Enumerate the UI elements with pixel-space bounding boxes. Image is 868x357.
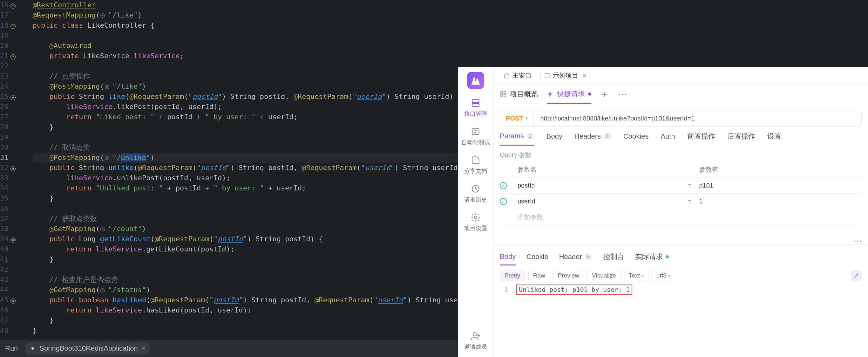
globe-icon <box>104 82 110 88</box>
resptab-console[interactable]: 控制台 <box>603 252 624 265</box>
method-select[interactable]: POST ▾ <box>500 110 534 126</box>
check-icon[interactable]: ✓ <box>500 198 507 205</box>
sidebar-item-share-doc[interactable]: 分享文档 <box>464 155 487 175</box>
param-name[interactable]: userId <box>518 198 680 205</box>
code-line[interactable]: return "Liked post: " + postId + " by us… <box>33 112 483 122</box>
seg-visualize[interactable]: Visualize <box>587 270 621 281</box>
code-line[interactable]: likeService.likePost(postId, userId); <box>33 102 483 112</box>
code-line[interactable]: public String like(@RequestParam("postId… <box>33 92 483 102</box>
code-line[interactable]: public String unlike(@RequestParam("post… <box>33 163 483 173</box>
app-logo[interactable] <box>467 72 484 89</box>
code-line[interactable]: } <box>33 326 483 336</box>
code-line[interactable]: @RequestMapping("/like") <box>33 10 483 20</box>
param-add-row[interactable]: 添加参数 <box>500 209 862 226</box>
seg-preview[interactable]: Preview <box>553 270 584 281</box>
code-line[interactable]: } <box>33 315 483 326</box>
code-line[interactable]: } <box>33 193 483 204</box>
code-line[interactable]: public boolean hasLiked(@RequestParam("p… <box>33 295 483 305</box>
topbar-example-project-tab[interactable]: 示例项目 ✕ <box>540 69 590 82</box>
code-line[interactable]: public Long getLikeCount(@RequestParam("… <box>33 234 483 244</box>
tab-quick-request[interactable]: 快捷请求 <box>547 85 591 103</box>
sidebar-item-invite[interactable]: 邀请成员 <box>464 331 487 351</box>
svg-point-10 <box>12 300 14 302</box>
code-line[interactable]: // 取消点赞 <box>33 142 483 153</box>
param-name[interactable]: postId <box>518 182 680 189</box>
equals-label: = <box>680 198 699 205</box>
reqtab-settings[interactable]: 设置 <box>767 131 781 146</box>
url-input[interactable] <box>534 110 861 126</box>
param-row[interactable]: ✓postId=p101 <box>500 178 862 194</box>
nav-up-gutter-icon[interactable] <box>10 53 16 59</box>
code-area[interactable]: @RestController@RequestMapping("/like")p… <box>17 0 483 339</box>
reqtab-body[interactable]: Body <box>547 132 562 145</box>
tab-project-overview[interactable]: 项目概览 <box>500 85 538 103</box>
code-line[interactable]: likeService.unlikePost(postId, userId); <box>33 173 483 183</box>
code-line[interactable]: @Autowired <box>33 41 483 51</box>
code-line[interactable]: // 获取点赞数 <box>33 214 483 224</box>
tab-add[interactable]: ＋ <box>600 85 609 103</box>
code-line[interactable]: @RestController <box>33 0 483 10</box>
sidebar-item-project-settings[interactable]: 项目设置 <box>464 212 487 232</box>
seg-type[interactable]: Text ▾ <box>624 270 648 281</box>
response-body[interactable]: 1 Unliked post: p101 by user: 1 <box>500 286 862 293</box>
reqtab-headers[interactable]: Headers 8 <box>575 132 611 145</box>
param-value[interactable]: 1 <box>699 198 862 205</box>
code-line[interactable] <box>33 204 483 214</box>
svg-rect-26 <box>501 95 503 97</box>
topbar-main-window[interactable]: 主窗口 <box>500 69 535 82</box>
nav-up-gutter-icon[interactable] <box>10 22 16 29</box>
resptab-actual[interactable]: 实际请求 <box>635 252 669 265</box>
code-line[interactable] <box>33 265 483 275</box>
code-line[interactable]: // 点赞操作 <box>33 71 483 81</box>
code-line[interactable]: @GetMapping("/count") <box>33 224 483 234</box>
code-line[interactable]: @GetMapping("/status") <box>33 285 483 295</box>
code-line[interactable]: public class LikeController { <box>33 20 483 31</box>
code-line[interactable]: return "Unliked post: " + postId + " by … <box>33 183 483 193</box>
code-line[interactable]: @PostMapping("/unlike") <box>33 153 483 163</box>
resptab-header[interactable]: Header 5 <box>559 253 593 265</box>
response-splitter[interactable]: ⋯ <box>493 244 868 249</box>
code-line[interactable] <box>33 132 483 142</box>
reqtab-post[interactable]: 后置操作 <box>727 131 755 146</box>
equals-label: = <box>680 182 699 189</box>
run-label[interactable]: Run <box>5 344 18 353</box>
code-line[interactable]: } <box>33 254 483 265</box>
close-icon[interactable]: ✕ <box>141 345 146 352</box>
plus-icon: ＋ <box>600 88 609 100</box>
code-line[interactable]: return likeService.hasLiked(postId, user… <box>33 305 483 315</box>
sidebar-item-history[interactable]: 请求历史 <box>464 184 487 204</box>
param-value[interactable]: p101 <box>699 182 862 189</box>
route-gutter-icon[interactable] <box>10 93 16 100</box>
sidebar-item-api-management[interactable]: 接口管理 <box>464 98 487 118</box>
run-tab[interactable]: SpringBoot310RedisApplication ✕ <box>25 343 149 354</box>
resptab-body[interactable]: Body <box>500 252 516 265</box>
route-gutter-icon[interactable] <box>10 297 16 303</box>
reqtab-pre[interactable]: 前置操作 <box>687 131 715 146</box>
reqtab-auth[interactable]: Auth <box>660 132 675 145</box>
seg-raw[interactable]: Raw <box>528 270 550 281</box>
sidebar-item-automation-test[interactable]: 自动化测试 <box>461 126 490 146</box>
magic-wand-button[interactable] <box>851 270 862 281</box>
reqtab-params[interactable]: Params 2 <box>500 132 534 146</box>
resptab-cookie[interactable]: Cookie <box>526 253 548 265</box>
more-icon[interactable]: ⋯ <box>854 236 862 246</box>
code-line[interactable]: // 检查用户是否点赞 <box>33 275 483 285</box>
reqtab-cookies[interactable]: Cookies <box>623 132 648 145</box>
response-tabbar: Body Cookie Header 5 控制台 实际请求 <box>493 249 868 265</box>
code-line[interactable]: return likeService.getLikeCount(postId); <box>33 244 483 254</box>
code-line[interactable] <box>33 61 483 71</box>
seg-encoding[interactable]: utf8 ▾ <box>652 270 675 281</box>
close-icon[interactable]: ✕ <box>582 72 587 79</box>
code-line[interactable]: private LikeService likeService; <box>33 51 483 61</box>
route-gutter-icon[interactable] <box>10 165 16 171</box>
check-icon[interactable]: ✓ <box>500 182 507 189</box>
seg-pretty[interactable]: Pretty <box>500 270 525 281</box>
code-line[interactable]: @PostMapping("/like") <box>33 81 483 92</box>
route-gutter-icon[interactable] <box>10 236 16 242</box>
param-row[interactable]: ✓userId=1 <box>500 194 862 209</box>
tab-more[interactable]: ⋯ <box>618 85 627 103</box>
nav-up-gutter-icon[interactable] <box>10 2 16 8</box>
code-line[interactable]: } <box>33 122 483 132</box>
code-editor[interactable]: 1617181920212223242526272829303132333435… <box>0 0 458 339</box>
code-line[interactable] <box>33 31 483 41</box>
